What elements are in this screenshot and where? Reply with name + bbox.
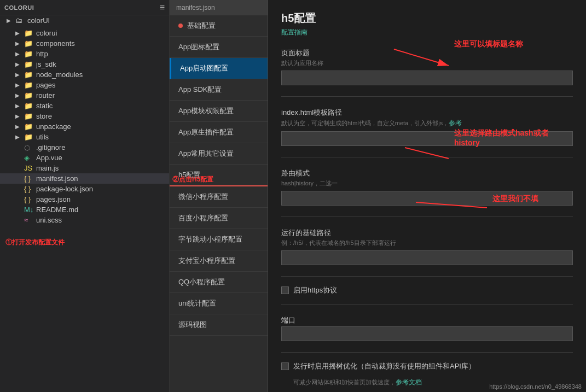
config-menu-yuanma[interactable]: 源码视图 [170, 314, 268, 336]
manifest-json-item[interactable]: { } manifest.json [0, 173, 169, 184]
https-label: 启用https协议 [293, 285, 337, 295]
scss-icon: ≈ [24, 216, 34, 224]
config-menu-label: App SDK配置 [178, 85, 222, 95]
config-menu-jichupeizhii[interactable]: 基础配置 [170, 15, 268, 37]
list-item[interactable]: ▶ 📁 store [0, 111, 169, 121]
config-menu-label: App模块权限配置 [178, 106, 234, 116]
config-menu-apptubiao[interactable]: App图标配置 [170, 37, 268, 58]
config-menu-weixin[interactable]: 微信小程序配置 [170, 186, 268, 208]
router-mode-desc: hash|history，二选一 [281, 179, 573, 188]
config-menu-qq[interactable]: QQ小程序配置 [170, 272, 268, 293]
config-menu-header: manifest.json [170, 0, 268, 15]
config-menu-appqidong[interactable]: App启动图配置 [170, 58, 268, 79]
treeshake-checkbox[interactable] [281, 362, 289, 370]
expand-icon: ▶ [7, 17, 15, 24]
config-menu-appchangyong[interactable]: App常用其它设置 [170, 143, 268, 165]
router-mode-label: 路由模式 [281, 168, 573, 178]
treeshake-checkbox-row: 发行时启用摇树优化（自动裁剪没有使用的组件和API库） [281, 361, 573, 371]
list-item[interactable]: ▶ 📁 utils [0, 132, 169, 142]
base-path-label: 运行的基础路径 [281, 228, 573, 238]
config-menu-label: 支付宝小程序配置 [178, 256, 235, 266]
template-path-link[interactable]: 参考 [449, 119, 462, 127]
folder-icon: 📁 [24, 122, 34, 131]
config-menu-zijie[interactable]: 字节跳动小程序配置 [170, 229, 268, 250]
config-menu-label: App启动图配置 [180, 63, 228, 73]
list-item[interactable]: M↓ README.md [0, 204, 169, 215]
template-path-label: index.html模板路径 [281, 108, 573, 118]
config-menu-appyuanshen[interactable]: App原生插件配置 [170, 122, 268, 143]
page-title-desc: 默认为应用名称 [281, 59, 573, 67]
https-checkbox-row: 启用https协议 [281, 285, 573, 295]
config-menu-zhifubao[interactable]: 支付宝小程序配置 [170, 250, 268, 272]
md-icon: M↓ [24, 206, 34, 214]
config-detail-panel: h5配置 配置指南 页面标题 默认为应用名称 index.html模板路径 默认… [268, 0, 586, 392]
config-menu-baidu[interactable]: 百度小程序配置 [170, 208, 268, 229]
config-menu-unitongji[interactable]: uni统计配置 [170, 293, 268, 314]
https-checkbox[interactable] [281, 286, 289, 294]
list-item[interactable]: ▶ 📁 router [0, 90, 169, 101]
list-item[interactable]: JS main.js [0, 163, 169, 173]
port-label: 端口 [281, 315, 573, 325]
config-menu-label: QQ小程序配置 [178, 277, 225, 287]
root-label: colorUI [27, 16, 50, 25]
list-item[interactable]: { } pages.json [0, 194, 169, 204]
page-title-input[interactable] [281, 71, 573, 85]
sidebar-title: colorUI [4, 4, 34, 11]
json-icon: { } [24, 195, 34, 203]
base-path-input[interactable] [281, 250, 573, 265]
list-item[interactable]: ▶ 📁 node_modules [0, 69, 169, 80]
folder-icon: 📁 [24, 133, 34, 141]
list-item[interactable]: ▶ 📁 colorui [0, 28, 169, 38]
config-menu: manifest.json 基础配置 App图标配置 App启动图配置 App … [170, 0, 268, 392]
router-mode-section: 路由模式 hash|history，二选一 [281, 168, 573, 208]
config-menu-label: uni统计配置 [178, 299, 216, 308]
root-icon: 🗂 [15, 16, 25, 25]
json-icon: { } [24, 185, 34, 193]
app-root: colorUI ≡ ▶ 🗂 colorUI ▶ 📁 colorui ▶ 📁 co… [0, 0, 586, 392]
folder-icon: 📁 [24, 29, 34, 37]
file-tree: ▶ 📁 colorui ▶ 📁 components ▶ 📁 http ▶ 📁 … [0, 26, 169, 392]
list-item[interactable]: ▶ 📁 components [0, 38, 169, 49]
sidebar-header: colorUI ≡ [0, 0, 169, 15]
folder-icon: 📁 [24, 50, 34, 58]
page-title-label: 页面标题 [281, 48, 573, 58]
template-path-input[interactable] [281, 131, 573, 146]
config-menu-label: h5配置 [178, 170, 200, 180]
config-menu-label: 微信小程序配置 [178, 192, 228, 202]
treeshake-label: 发行时启用摇树优化（自动裁剪没有使用的组件和API库） [293, 361, 475, 371]
port-input[interactable] [281, 326, 573, 341]
folder-icon: 📁 [24, 102, 34, 110]
list-item[interactable]: { } package-lock.json [0, 184, 169, 194]
json-icon: { } [24, 174, 34, 183]
list-item[interactable]: ▶ 📁 unpackage [0, 121, 169, 132]
list-item[interactable]: ◈ App.vue [0, 153, 169, 163]
config-title: h5配置 [281, 11, 573, 26]
list-item[interactable]: ≈ uni.scss [0, 215, 169, 225]
router-mode-input[interactable] [281, 191, 573, 206]
config-menu-appquanxian[interactable]: App模块权限配置 [170, 101, 268, 122]
sidebar-menu-icon[interactable]: ≡ [160, 3, 165, 13]
js-icon: JS [24, 164, 34, 172]
folder-icon: 📁 [24, 112, 34, 120]
file-sidebar: colorUI ≡ ▶ 🗂 colorUI ▶ 📁 colorui ▶ 📁 co… [0, 0, 170, 392]
list-item[interactable]: ▶ 📁 static [0, 101, 169, 111]
template-path-desc: 默认为空，可定制生成的html代码，自定义meta，引入外部js，参考 [281, 119, 573, 128]
folder-icon: 📁 [24, 81, 34, 89]
list-item[interactable]: ▶ 📁 http [0, 49, 169, 59]
config-menu-appsdk[interactable]: App SDK配置 [170, 79, 268, 101]
svg-text:这里可以填标题名称: 这里可以填标题名称 [454, 39, 524, 48]
config-menu-label: 基础配置 [187, 21, 216, 31]
list-item[interactable]: ▶ 📁 pages [0, 80, 169, 90]
list-item[interactable]: ▶ 📁 js_sdk [0, 59, 169, 69]
treeshake-link[interactable]: 参考文档 [396, 378, 422, 386]
base-path-desc: 例：/h5/，代表在域名的/h5目录下部署运行 [281, 239, 573, 247]
git-icon: ◌ [24, 143, 34, 151]
config-menu-label: App图标配置 [178, 42, 219, 52]
config-menu-label: 百度小程序配置 [178, 213, 228, 223]
config-menu-label: 字节跳动小程序配置 [178, 235, 242, 244]
list-item[interactable]: ◌ .gitignore [0, 142, 169, 153]
tree-root-item[interactable]: ▶ 🗂 colorUI [0, 15, 169, 26]
config-menu-h5[interactable]: h5配置 [170, 165, 268, 186]
config-guide-link[interactable]: 配置指南 [281, 28, 307, 36]
folder-icon: 📁 [24, 39, 34, 48]
